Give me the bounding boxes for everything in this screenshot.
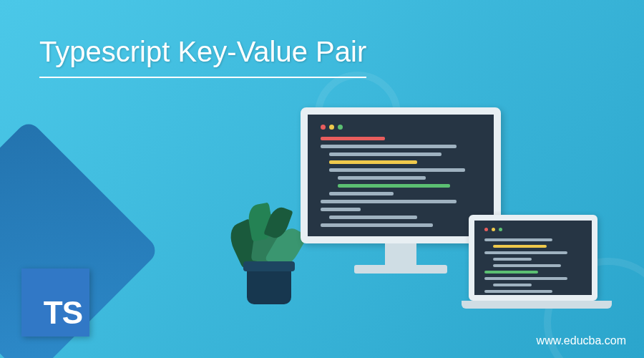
page-title: Typescript Key-Value Pair [39,36,366,78]
source-url: www.educba.com [537,334,626,347]
plant-illustration [229,190,308,304]
logo-text: TS [44,295,82,331]
typescript-logo-icon: TS [21,268,89,337]
window-controls-icon [484,228,582,231]
laptop-illustration [462,215,605,309]
window-controls-icon [321,125,481,130]
hero-banner: Typescript Key-Value Pair [0,0,644,358]
laptop-screen [469,215,597,301]
